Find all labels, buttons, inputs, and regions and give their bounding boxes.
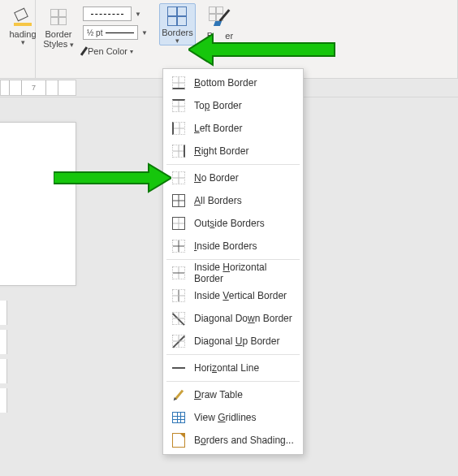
ribbon-group-borders: Border Styles ▾ ▼ ½ pt ▼	[36, 0, 458, 78]
menu-borders-and-shading[interactable]: Borders and Shading...	[163, 429, 303, 452]
all-borders-icon	[171, 193, 186, 208]
border-styles-icon	[48, 6, 69, 28]
menu-separator	[166, 259, 300, 260]
menu-all-borders[interactable]: All Borders	[163, 189, 303, 212]
menu-right-border[interactable]: Right Border	[163, 140, 303, 162]
chevron-down-icon: ▼	[141, 29, 148, 37]
menu-outside-borders[interactable]: Outside Borders	[163, 212, 303, 235]
menu-diagonal-up-border[interactable]: Diagonal Up Border	[163, 330, 303, 353]
borders-shading-dialog-icon	[171, 433, 186, 448]
menu-separator	[166, 381, 300, 382]
paint-bucket-icon	[12, 6, 33, 28]
border-painter-icon	[209, 6, 231, 29]
page-fragments	[0, 301, 7, 447]
diagonal-down-border-icon	[171, 311, 186, 326]
page-edge	[0, 122, 76, 286]
ribbon-group-shading-partial: hading ▾	[0, 0, 36, 78]
line-style-preview	[83, 6, 132, 21]
group-label-shading-empty	[5, 67, 30, 76]
menu-draw-table[interactable]: Draw Table	[163, 383, 303, 406]
gridlines-icon	[171, 410, 186, 425]
border-line-controls: ▼ ½ pt ▼ Pen Color ▾	[83, 6, 148, 59]
top-border-icon	[171, 98, 186, 113]
pen-color-dropdown[interactable]: Pen Color ▾	[83, 43, 148, 59]
pen-icon	[80, 46, 88, 56]
diagonal-up-border-icon	[171, 334, 186, 348]
menu-left-border[interactable]: Left Border	[163, 117, 303, 140]
ribbon: hading ▾ Border Styles ▾	[0, 0, 458, 79]
borders-split-button[interactable]: Borders ▾	[159, 3, 196, 45]
menu-horizontal-line[interactable]: Horizontal Line	[163, 357, 303, 379]
menu-inside-horizontal-border[interactable]: Inside Horizontal Border	[163, 262, 303, 284]
ruler-mark-7: 7	[32, 84, 36, 92]
borders-icon	[167, 6, 187, 26]
menu-top-border[interactable]: Top Border	[163, 94, 303, 117]
outside-borders-icon	[171, 216, 186, 231]
menu-diagonal-down-border[interactable]: Diagonal Down Border	[163, 307, 303, 330]
line-weight-dropdown[interactable]: ½ pt ▼	[83, 24, 148, 41]
menu-separator	[166, 164, 300, 165]
inside-horizontal-border-icon	[171, 266, 186, 280]
border-styles-button[interactable]: Border Styles ▾	[41, 3, 76, 50]
horizontal-line-icon	[171, 361, 186, 375]
borders-dropdown-menu: Bottom Border Top Border Left Border Rig…	[162, 68, 304, 455]
chevron-down-icon: ▾	[130, 48, 133, 55]
chevron-down-icon: ▾	[175, 37, 179, 45]
menu-inside-vertical-border[interactable]: Inside Vertical Border	[163, 284, 303, 307]
menu-bottom-border[interactable]: Bottom Border	[163, 71, 303, 94]
line-style-dropdown[interactable]: ▼	[83, 6, 148, 22]
menu-separator	[166, 354, 300, 355]
menu-view-gridlines[interactable]: View Gridlines	[163, 406, 303, 429]
left-border-icon	[171, 121, 186, 136]
pen-color-label: Pen Color	[88, 46, 127, 56]
chevron-down-icon: ▾	[21, 38, 25, 46]
border-painter-button[interactable]: B er	[202, 3, 238, 41]
menu-no-border[interactable]: No Border	[163, 167, 303, 189]
pencil-icon	[171, 387, 186, 402]
no-border-icon	[171, 171, 186, 185]
menu-inside-borders[interactable]: Inside Borders	[163, 235, 303, 257]
chevron-down-icon: ▼	[135, 11, 141, 18]
right-border-icon	[171, 144, 186, 158]
horizontal-ruler[interactable]: 7	[0, 80, 76, 96]
inside-borders-icon	[171, 239, 186, 253]
inside-vertical-border-icon	[171, 288, 186, 303]
line-weight-preview: ½ pt	[83, 25, 138, 40]
bottom-border-icon	[171, 76, 186, 90]
